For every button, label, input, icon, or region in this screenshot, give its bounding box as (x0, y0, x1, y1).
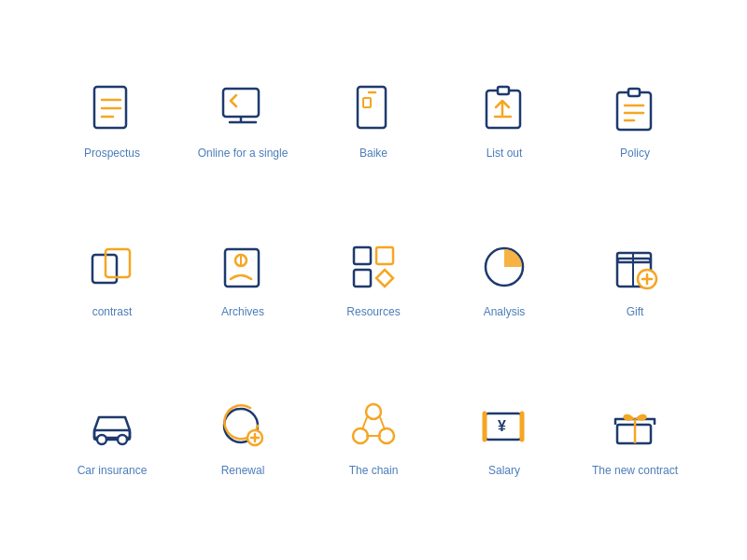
salary-icon: ¥ (477, 399, 531, 453)
list-out-icon (477, 81, 531, 135)
icon-item-contrast[interactable]: contrast (47, 240, 177, 320)
prospectus-icon (85, 81, 139, 135)
icon-item-car-insurance[interactable]: Car insurance (47, 399, 177, 479)
icon-item-baike[interactable]: Baike (308, 81, 439, 161)
svg-line-46 (362, 417, 367, 429)
icon-item-salary[interactable]: ¥ Salary (439, 399, 570, 479)
the-new-contract-label: The new contract (592, 464, 678, 479)
renewal-label: Renewal (221, 464, 265, 479)
icon-item-renewal[interactable]: Renewal (177, 399, 308, 479)
icon-item-online-for-a-single[interactable]: Online for a single (177, 81, 308, 161)
list-out-label: List out (486, 147, 523, 161)
svg-marker-27 (376, 270, 393, 287)
online-for-a-single-label: Online for a single (198, 147, 289, 161)
gift-icon (608, 240, 662, 294)
archives-label: Archives (221, 305, 264, 320)
contrast-label: contrast (92, 305, 133, 320)
resources-icon (346, 240, 401, 294)
analysis-label: Analysis (484, 305, 526, 320)
icon-item-resources[interactable]: Resources (308, 240, 439, 320)
svg-point-44 (353, 428, 368, 443)
svg-rect-9 (363, 98, 371, 107)
icon-item-analysis[interactable]: Analysis (439, 240, 570, 320)
icon-item-the-new-contract[interactable]: The new contract (570, 399, 700, 479)
analysis-icon (477, 240, 531, 294)
svg-point-43 (366, 404, 381, 419)
renewal-icon (216, 399, 270, 453)
gift-label: Gift (627, 305, 644, 320)
svg-point-37 (118, 435, 127, 444)
online-for-a-single-icon (216, 81, 270, 135)
archives-icon (216, 240, 270, 294)
svg-line-47 (380, 417, 385, 429)
svg-point-45 (379, 428, 394, 443)
policy-label: Policy (620, 147, 650, 161)
contrast-icon (85, 240, 139, 294)
car-insurance-label: Car insurance (78, 464, 148, 479)
svg-rect-14 (617, 92, 651, 130)
the-new-contract-icon (608, 399, 662, 453)
resources-label: Resources (346, 305, 400, 320)
baike-label: Baike (359, 147, 388, 161)
svg-rect-15 (628, 89, 640, 96)
icon-item-the-chain[interactable]: The chain (308, 399, 439, 479)
icon-item-archives[interactable]: Archives (177, 240, 308, 320)
the-chain-icon (346, 399, 401, 453)
svg-rect-11 (498, 87, 509, 94)
car-insurance-icon (85, 399, 139, 453)
salary-label: Salary (488, 464, 520, 479)
prospectus-label: Prospectus (84, 147, 140, 161)
icon-item-list-out[interactable]: List out (439, 81, 570, 161)
svg-point-36 (97, 435, 106, 444)
svg-rect-4 (223, 89, 259, 117)
svg-text:¥: ¥ (498, 418, 506, 434)
baike-icon (346, 81, 401, 135)
the-chain-label: The chain (349, 464, 399, 479)
policy-icon (608, 81, 662, 135)
svg-rect-26 (376, 247, 393, 264)
icon-item-policy[interactable]: Policy (570, 81, 700, 161)
svg-rect-24 (354, 247, 371, 264)
icon-item-prospectus[interactable]: Prospectus (47, 81, 177, 161)
icon-item-gift[interactable]: Gift (570, 240, 700, 320)
icon-grid: Prospectus Online for a single Baike Lis… (47, 47, 700, 513)
svg-rect-25 (354, 270, 371, 287)
